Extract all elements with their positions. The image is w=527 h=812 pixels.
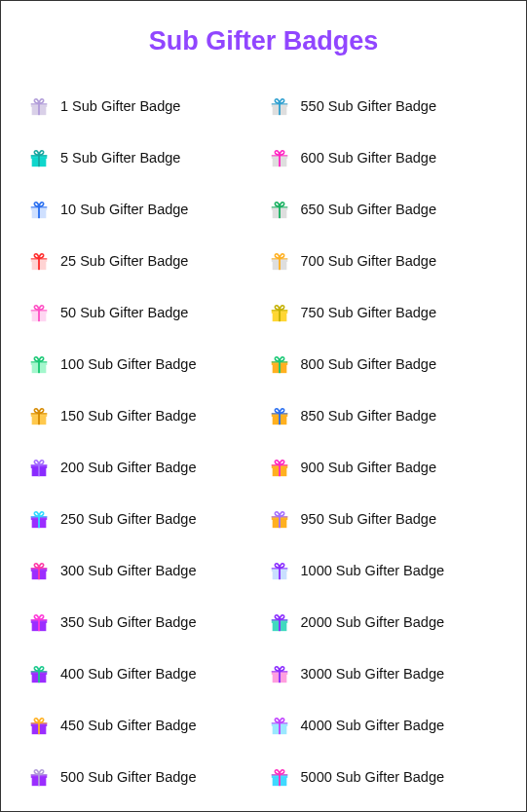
gift-icon bbox=[269, 199, 290, 220]
badge-item: 800 Sub Gifter Badge bbox=[269, 338, 500, 389]
badge-item: 650 Sub Gifter Badge bbox=[269, 183, 500, 235]
badge-label: 2000 Sub Gifter Badge bbox=[301, 614, 445, 630]
badge-item: 150 Sub Gifter Badge bbox=[28, 389, 259, 441]
gift-icon bbox=[28, 95, 50, 117]
gift-icon bbox=[28, 715, 50, 736]
badge-label: 650 Sub Gifter Badge bbox=[301, 202, 436, 217]
gift-icon bbox=[28, 766, 50, 788]
svg-rect-90 bbox=[38, 671, 40, 683]
gift-icon bbox=[28, 250, 50, 272]
badge-item: 750 Sub Gifter Badge bbox=[269, 286, 500, 338]
gift-icon bbox=[28, 611, 50, 633]
badge-label: 800 Sub Gifter Badge bbox=[301, 356, 436, 372]
badge-label: 400 Sub Gifter Badge bbox=[60, 666, 196, 682]
badge-item: 700 Sub Gifter Badge bbox=[269, 235, 500, 286]
badge-item: 1000 Sub Gifter Badge bbox=[269, 544, 500, 596]
svg-rect-62 bbox=[279, 464, 281, 476]
gift-icon bbox=[28, 663, 50, 684]
svg-rect-98 bbox=[38, 722, 40, 734]
badge-label: 5000 Sub Gifter Badge bbox=[301, 769, 445, 785]
svg-rect-86 bbox=[279, 619, 281, 631]
gift-icon bbox=[269, 611, 290, 633]
badge-label: 3000 Sub Gifter Badge bbox=[301, 666, 445, 682]
badge-item: 550 Sub Gifter Badge bbox=[269, 80, 500, 131]
badge-item: 400 Sub Gifter Badge bbox=[28, 647, 259, 699]
gift-icon bbox=[269, 95, 290, 117]
gift-icon bbox=[269, 353, 290, 375]
badge-grid: 1 Sub Gifter Badge 550 Sub Gifter Badge … bbox=[28, 80, 499, 802]
svg-rect-58 bbox=[38, 464, 40, 476]
gift-icon bbox=[28, 508, 50, 530]
svg-rect-78 bbox=[279, 568, 281, 579]
svg-rect-70 bbox=[279, 516, 281, 528]
page-title: Sub Gifter Badges bbox=[28, 26, 499, 56]
badge-label: 4000 Sub Gifter Badge bbox=[301, 718, 445, 733]
badge-label: 750 Sub Gifter Badge bbox=[301, 305, 436, 320]
badge-label: 10 Sub Gifter Badge bbox=[60, 202, 188, 217]
svg-rect-66 bbox=[38, 516, 40, 528]
badge-label: 350 Sub Gifter Badge bbox=[60, 614, 196, 630]
badge-item: 1 Sub Gifter Badge bbox=[28, 80, 259, 131]
gift-icon bbox=[269, 663, 290, 684]
badge-item: 5 Sub Gifter Badge bbox=[28, 131, 259, 183]
gift-icon bbox=[269, 405, 290, 426]
svg-rect-50 bbox=[38, 413, 40, 424]
badge-label: 300 Sub Gifter Badge bbox=[60, 563, 196, 578]
gift-icon bbox=[28, 457, 50, 478]
badge-label: 700 Sub Gifter Badge bbox=[301, 253, 436, 269]
badge-item: 850 Sub Gifter Badge bbox=[269, 389, 500, 441]
svg-rect-94 bbox=[279, 671, 281, 683]
badge-label: 850 Sub Gifter Badge bbox=[301, 408, 436, 424]
svg-rect-14 bbox=[279, 155, 281, 166]
badge-item: 4000 Sub Gifter Badge bbox=[269, 699, 500, 751]
badge-item: 250 Sub Gifter Badge bbox=[28, 493, 259, 544]
gift-icon bbox=[269, 560, 290, 581]
svg-rect-2 bbox=[38, 103, 40, 115]
svg-rect-18 bbox=[38, 206, 40, 218]
badge-item: 300 Sub Gifter Badge bbox=[28, 544, 259, 596]
badge-label: 100 Sub Gifter Badge bbox=[60, 356, 196, 372]
gift-icon bbox=[269, 508, 290, 530]
badge-item: 900 Sub Gifter Badge bbox=[269, 441, 500, 493]
gift-icon bbox=[269, 766, 290, 788]
svg-rect-82 bbox=[38, 619, 40, 631]
gift-icon bbox=[28, 302, 50, 323]
badge-label: 450 Sub Gifter Badge bbox=[60, 718, 196, 733]
svg-rect-6 bbox=[279, 103, 281, 115]
svg-rect-22 bbox=[279, 206, 281, 218]
badge-label: 250 Sub Gifter Badge bbox=[60, 511, 196, 527]
badge-item: 2000 Sub Gifter Badge bbox=[269, 596, 500, 647]
badge-item: 50 Sub Gifter Badge bbox=[28, 286, 259, 338]
gift-icon bbox=[28, 199, 50, 220]
gift-icon bbox=[28, 353, 50, 375]
svg-rect-38 bbox=[279, 310, 281, 321]
gift-icon bbox=[28, 405, 50, 426]
svg-rect-46 bbox=[279, 361, 281, 373]
svg-rect-110 bbox=[279, 774, 281, 786]
svg-rect-10 bbox=[38, 155, 40, 166]
badge-item: 600 Sub Gifter Badge bbox=[269, 131, 500, 183]
gift-icon bbox=[28, 560, 50, 581]
badge-label: 25 Sub Gifter Badge bbox=[60, 253, 188, 269]
gift-icon bbox=[269, 715, 290, 736]
gift-icon bbox=[269, 147, 290, 168]
badge-label: 900 Sub Gifter Badge bbox=[301, 460, 436, 475]
badges-panel: Sub Gifter Badges 1 Sub Gifter Badge 550… bbox=[0, 0, 527, 812]
badge-label: 150 Sub Gifter Badge bbox=[60, 408, 196, 424]
svg-rect-42 bbox=[38, 361, 40, 373]
badge-label: 50 Sub Gifter Badge bbox=[60, 305, 188, 320]
badge-item: 3000 Sub Gifter Badge bbox=[269, 647, 500, 699]
badge-label: 1000 Sub Gifter Badge bbox=[301, 563, 445, 578]
badge-item: 200 Sub Gifter Badge bbox=[28, 441, 259, 493]
badge-label: 500 Sub Gifter Badge bbox=[60, 769, 196, 785]
gift-icon bbox=[28, 147, 50, 168]
svg-rect-30 bbox=[279, 258, 281, 270]
svg-rect-74 bbox=[38, 568, 40, 579]
badge-label: 550 Sub Gifter Badge bbox=[301, 98, 436, 114]
badge-item: 10 Sub Gifter Badge bbox=[28, 183, 259, 235]
svg-rect-34 bbox=[38, 310, 40, 321]
gift-icon bbox=[269, 302, 290, 323]
badge-item: 450 Sub Gifter Badge bbox=[28, 699, 259, 751]
badge-label: 1 Sub Gifter Badge bbox=[60, 98, 180, 114]
badge-item: 25 Sub Gifter Badge bbox=[28, 235, 259, 286]
